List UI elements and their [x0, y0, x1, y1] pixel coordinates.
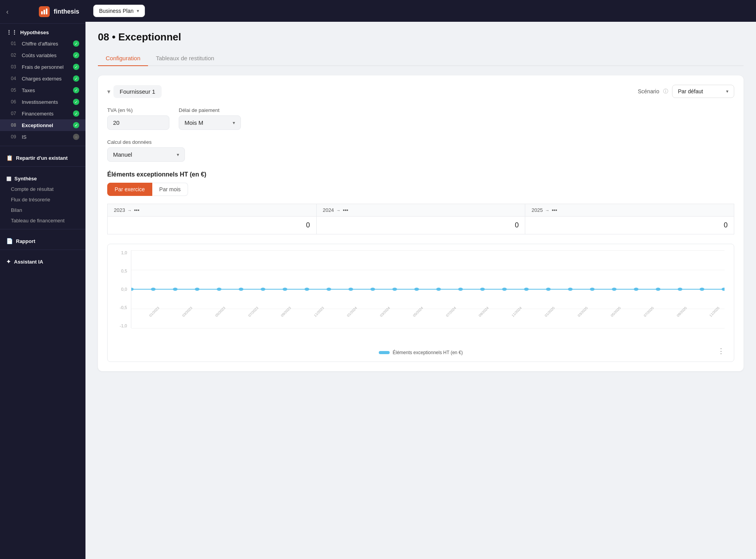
rapport-section[interactable]: 📄 Rapport	[0, 232, 85, 246]
year-value-2023[interactable]: 0	[108, 217, 316, 234]
sidebar-item-bilan[interactable]: Bilan	[0, 205, 85, 215]
tva-group: TVA (en %)	[107, 107, 169, 130]
info-icon[interactable]: ⓘ	[663, 88, 668, 95]
sidebar-item-compte-resultat[interactable]: Compte de résultat	[0, 184, 85, 194]
chevron-down-icon: ▾	[233, 120, 235, 126]
year-col-2025: 2025 → ▪▪▪ 0	[525, 204, 734, 234]
legend-label: Éléments exceptionnels HT (en €)	[393, 350, 463, 355]
business-plan-dropdown[interactable]: Business Plan ▾	[93, 5, 145, 17]
supplier-left: ▾ Fournisseur 1	[107, 85, 162, 98]
arrow-right-icon: →	[545, 208, 549, 213]
year-label-2025: 2025	[531, 207, 543, 213]
sidebar-item-is[interactable]: 09 IS ○	[0, 131, 85, 143]
status-icon-02: ✓	[73, 52, 79, 58]
status-icon-05: ✓	[73, 87, 79, 93]
svg-point-26	[612, 288, 617, 291]
year-value-2025[interactable]: 0	[525, 217, 734, 234]
repartir-section[interactable]: 📋 Repartir d'un existant	[0, 149, 85, 163]
page-title: 08 • Exceptionnel	[98, 31, 744, 43]
svg-point-11	[282, 288, 287, 291]
supplier-name[interactable]: Fournisseur 1	[113, 85, 162, 98]
sidebar-item-couts-variables[interactable]: 02 Coûts variables ✓	[0, 49, 85, 61]
svg-point-12	[305, 288, 309, 291]
assistant-ia-section[interactable]: ✦ Assistant IA	[0, 253, 85, 267]
ai-icon: ✦	[6, 259, 11, 265]
gridline-bottom	[131, 328, 725, 328]
grid-icon: ⋮⋮	[6, 29, 17, 35]
svg-point-27	[634, 288, 638, 291]
divider-2	[0, 166, 85, 167]
year-col-2024: 2024 → ▪▪▪ 0	[316, 204, 525, 234]
svg-point-28	[656, 288, 660, 291]
topbar: Business Plan ▾	[85, 0, 756, 22]
config-card: ▾ Fournisseur 1 Scénario ⓘ Par défaut ▾ …	[98, 75, 744, 371]
divider-4	[0, 250, 85, 250]
repartir-icon: 📋	[6, 155, 13, 161]
status-icon-04: ✓	[73, 75, 79, 82]
calcul-group: Calcul des données Manuel ▾	[107, 139, 734, 162]
year-col-2023: 2023 → ▪▪▪ 0	[107, 204, 316, 234]
sidebar-item-frais-personnel[interactable]: 03 Frais de personnel ✓	[0, 61, 85, 73]
sidebar-item-taxes[interactable]: 05 Taxes ✓	[0, 84, 85, 96]
par-exercice-button[interactable]: Par exercice	[107, 183, 152, 196]
chevron-down-icon: ▾	[137, 8, 139, 14]
chevron-down-icon: ▾	[726, 89, 728, 94]
sidebar-item-flux-tresorerie[interactable]: Flux de trésorerie	[0, 194, 85, 205]
par-mois-button[interactable]: Par mois	[152, 183, 188, 196]
chart-more-button[interactable]: ⋮	[714, 345, 728, 357]
svg-point-10	[261, 288, 265, 291]
calcul-dropdown[interactable]: Manuel ▾	[107, 147, 185, 162]
sidebar-item-exceptionnel[interactable]: 08 Exceptionnel ✓	[0, 119, 85, 131]
status-icon-06: ✓	[73, 99, 79, 105]
chart-area: 1,0 0,5 0,0 -0,5 -1,0	[114, 250, 728, 344]
svg-point-20	[480, 288, 485, 291]
svg-point-21	[502, 288, 507, 291]
year-label-2024: 2024	[323, 207, 334, 213]
tva-input[interactable]	[107, 115, 169, 130]
chart-legend: Éléments exceptionnels HT (en €)	[379, 350, 463, 355]
svg-point-22	[524, 288, 529, 291]
delai-label: Délai de paiement	[179, 107, 241, 113]
year-value-2024[interactable]: 0	[317, 217, 525, 234]
arrow-right-icon: →	[127, 208, 132, 213]
app-name: finthesis	[54, 8, 79, 15]
sidebar-header: ‹ finthesis	[0, 0, 85, 24]
svg-point-25	[590, 288, 594, 291]
svg-point-29	[678, 288, 682, 291]
content-area: 08 • Exceptionnel Configuration Tableaux…	[85, 22, 756, 559]
calcul-label: Calcul des données	[107, 139, 734, 145]
supplier-chevron-icon[interactable]: ▾	[107, 88, 110, 95]
status-icon-01: ✓	[73, 40, 79, 47]
scenario-dropdown[interactable]: Par défaut ▾	[672, 85, 734, 98]
sidebar-item-investissements[interactable]: 06 Investissements ✓	[0, 96, 85, 108]
year-columns: 2023 → ▪▪▪ 0 2024 → ▪▪▪ 0 20	[107, 204, 734, 234]
year-label-2023: 2023	[114, 207, 125, 213]
svg-point-5	[151, 288, 155, 291]
sidebar-item-chiffre-affaires[interactable]: 01 Chiffre d'affaires ✓	[0, 38, 85, 49]
svg-rect-0	[41, 11, 43, 14]
tab-configuration[interactable]: Configuration	[98, 51, 148, 66]
svg-point-17	[414, 288, 419, 291]
toggle-group: Par exercice Par mois	[107, 183, 734, 196]
scenario-row: Scénario ⓘ Par défaut ▾	[638, 85, 734, 98]
svg-point-4	[131, 288, 134, 291]
sidebar-item-tableau-financement[interactable]: Tableau de financement	[0, 215, 85, 226]
chart-xaxis: 01/2023 03/2023 05/2023 07/2023 09/2023 …	[148, 313, 721, 328]
back-button[interactable]: ‹	[6, 8, 12, 16]
svg-point-6	[173, 288, 178, 291]
hypotheses-section[interactable]: ⋮⋮ Hypothèses	[0, 24, 85, 38]
sidebar-item-financements[interactable]: 07 Financements ✓	[0, 108, 85, 119]
delai-dropdown[interactable]: Mois M ▾	[179, 115, 241, 130]
logo-icon	[39, 6, 50, 17]
svg-point-15	[370, 288, 375, 291]
tab-tableaux-restitution[interactable]: Tableaux de restitution	[148, 51, 222, 66]
svg-point-30	[700, 288, 704, 291]
svg-point-23	[546, 288, 550, 291]
sidebar-item-charges-externes[interactable]: 04 Charges externes ✓	[0, 73, 85, 84]
tva-delai-row: TVA (en %) Délai de paiement Mois M ▾	[107, 107, 734, 130]
main: Business Plan ▾ 08 • Exceptionnel Config…	[85, 0, 756, 559]
synthese-section[interactable]: ▦ Synthèse	[0, 170, 85, 184]
svg-point-8	[217, 288, 221, 291]
svg-point-18	[436, 288, 441, 291]
chart-yaxis: 1,0 0,5 0,0 -0,5 -1,0	[114, 250, 129, 328]
